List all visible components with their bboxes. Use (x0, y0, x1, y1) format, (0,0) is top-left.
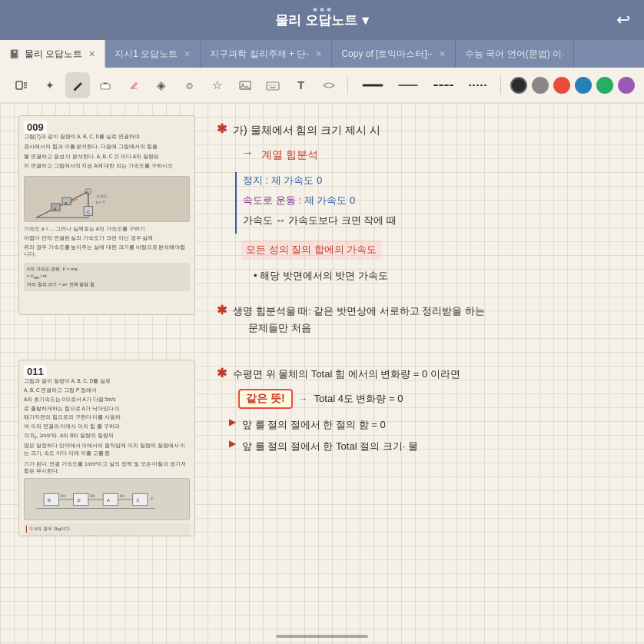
tab-physics-notes[interactable]: 📓 물리 오답노트 ✕ (0, 40, 105, 68)
tab-science1[interactable]: 지시1 오답노트 ✕ (105, 40, 201, 68)
tab-copy-toeic[interactable]: Copy of [토익마스터]·- ✕ (332, 40, 456, 68)
canvas-area[interactable]: 009 그림(7)과 같이 질량이 A, B, C, D를 실로 연결하여 경사… (0, 103, 644, 644)
scroll-indicator (276, 635, 368, 638)
color-palette (510, 77, 635, 94)
more-tool-button[interactable] (317, 72, 341, 98)
scan-text-011: 그림과 같이 질량이 A, B, C, D를 실로 A, B, C 연결하고 그… (24, 377, 190, 536)
tab-earth-science[interactable]: 지구과학 킬리주제 + 단- ✕ (201, 40, 332, 68)
same-meaning-box: 같은 뜻! → Total 4도 변화량 = 0 (238, 389, 626, 409)
bracket-line-2: 속도로 운동 : 제 가속도 0 (243, 192, 397, 209)
svg-text:가속도: 가속도 (96, 194, 108, 198)
svg-rect-34 (133, 493, 148, 505)
note-011-text4: 앞 를 절의 절에서 한 Total 절의 크기· 물 (242, 438, 418, 455)
highlighter-tool-button[interactable] (121, 72, 145, 98)
tab-close-icon[interactable]: ✕ (88, 49, 95, 59)
red-arrow-009: → (193, 138, 195, 151)
shape-tool-button[interactable]: ◈ (149, 72, 174, 98)
note-line-1: ✱ 가) 물체에서 힘의 크기 제시 시 (217, 121, 626, 140)
note-011-text3: 앞 를 절의 절에서 한 절의 함 = 0 (242, 417, 386, 433)
star-icon-3: ✱ (217, 366, 227, 380)
star-icon-2: ✱ (217, 303, 227, 317)
tab-close-icon[interactable]: ✕ (184, 49, 191, 59)
svg-text:B: B (65, 201, 68, 206)
note-image-009: 009 그림(7)과 같이 질량이 A, B, C, D를 실로 연결하여 경사… (18, 115, 195, 315)
keyboard-tool-button[interactable] (261, 72, 285, 98)
back-button[interactable]: ↩ (616, 10, 630, 30)
lasso-tool-button[interactable] (9, 72, 34, 98)
color-green-swatch[interactable] (596, 77, 613, 94)
bracket-text-2: 제 가속도 0 (304, 192, 355, 209)
stroke-solid-thick[interactable] (357, 79, 388, 91)
arrow-icon-4: ▶ (229, 438, 236, 449)
tab-label: Copy of [토익마스터]·- (341, 48, 433, 61)
svg-rect-30 (74, 493, 88, 505)
bracket-text-3: 가속도 ↔ 가속도보다 크면 작에 때 (243, 212, 397, 229)
svg-text:2m: 2m (90, 494, 95, 498)
title-text: 물리 오답노트 (275, 12, 357, 29)
color-black-swatch[interactable] (510, 77, 527, 94)
arrow-icon-2: → (299, 393, 308, 404)
note-star2-text: 생명 힘분석을 때: 같은 밧면상에 서로하고 정리받을 하는 (233, 305, 485, 317)
image-tool-button[interactable] (233, 72, 257, 98)
stroke-options (357, 79, 494, 91)
bluetooth-button[interactable]: ✦ (37, 72, 61, 98)
svg-rect-32 (103, 493, 118, 505)
note-011-line1: ✱ 수평면 위 물체의 Total 힘 에서의 변화량 = 0 이라면 (217, 366, 626, 383)
bracket-text-1: 정지 : 제 가속도 0 (243, 172, 322, 189)
toolbar-separator-2 (500, 76, 501, 95)
tab-suneung-korean[interactable]: 수능 국어 언어(문법) 이· (456, 40, 574, 68)
tab-close-icon[interactable]: ✕ (439, 49, 446, 59)
svg-text:F: F (151, 497, 154, 501)
total-variation-text: Total 4도 변화량 = 0 (314, 390, 403, 407)
same-text-box: 같은 뜻! (238, 389, 293, 409)
bracket-group-009: 정지 : 제 가속도 0 속도로 운동 : 제 가속도 0 가속도 ↔ 가속도보… (235, 172, 626, 234)
svg-rect-5 (267, 82, 279, 90)
eraser-tool-button[interactable] (93, 72, 118, 98)
note-011-text1: 수평면 위 물체의 Total 힘 에서의 변화량 = 0 이라면 (233, 368, 460, 380)
svg-text:1m: 1m (60, 494, 65, 498)
stroke-dotted[interactable] (463, 79, 494, 91)
svg-rect-28 (44, 493, 58, 505)
note-star2-text2: 문제들만 처음 (248, 322, 311, 334)
tab-icon: 📓 (9, 49, 20, 59)
svg-text:C: C (87, 210, 90, 214)
svg-text:B: B (48, 498, 51, 503)
svg-rect-0 (16, 81, 22, 89)
color-blue-swatch[interactable] (575, 77, 592, 94)
color-red-swatch[interactable] (553, 77, 570, 94)
star-icon-1: ✱ (217, 121, 227, 136)
text-tool-button[interactable]: T (288, 72, 313, 98)
svg-text:C: C (137, 498, 140, 503)
highlight-text-009: 모든 성의 질의 합에의 가속도 (246, 244, 377, 255)
note-section-009: 009 그림(7)과 같이 질량이 A, B, C, D를 실로 연결하여 경사… (18, 115, 626, 341)
title-chevron-icon[interactable]: ▾ (362, 12, 369, 28)
bracket-label-2: 속도로 운동 : (243, 192, 301, 209)
stroke-solid-thin[interactable] (393, 79, 423, 91)
tab-label: 지구과학 킬리주제 + 단- (210, 48, 309, 61)
note-line-arrow: → 계열 힘분석 (241, 146, 626, 164)
color-purple-swatch[interactable] (618, 77, 635, 94)
tab-label: 물리 오답노트 (25, 48, 82, 61)
toolbar: ✦ ◈ ⌾ ☆ T (0, 68, 644, 103)
tab-label: 수능 국어 언어(문법) 이· (465, 48, 564, 61)
page-content: 009 그림(7)과 같이 질량이 A, B, C, D를 실로 연결하여 경사… (0, 103, 644, 644)
tab-label: 지시1 오답노트 (115, 48, 178, 61)
image-number-009: 009 (24, 121, 47, 134)
lasso2-tool-button[interactable]: ⌾ (177, 72, 201, 98)
scan-text-009: 그림(7)과 같이 질량이 A, B, C, D를 실로 연결하여 경사에서의 … (24, 133, 190, 291)
image-number-011: 011 (24, 365, 47, 378)
note-star2: ✱ 생명 힘분석을 때: 같은 밧면상에 서로하고 정리받을 하는 문제들만 처… (217, 303, 626, 337)
note-011-line4: ▶ 앞 를 절의 절에서 한 Total 절의 크기· 물 (229, 438, 626, 455)
svg-text:a = ?: a = ? (96, 200, 105, 204)
arrow-icon-1: → (241, 146, 254, 160)
tab-close-icon[interactable]: ✕ (315, 49, 322, 59)
note-text-011: ✱ 수평면 위 물체의 Total 힘 에서의 변화량 = 0 이라면 같은 뜻… (211, 360, 626, 559)
bracket-line-1: 정지 : 제 가속도 0 (243, 172, 397, 189)
window-dots (314, 8, 331, 12)
pen-tool-button[interactable] (65, 72, 90, 98)
svg-text:A: A (107, 498, 110, 503)
color-gray-swatch[interactable] (532, 77, 549, 94)
note-011-line3: ▶ 앞 를 절의 절에서 한 절의 함 = 0 (229, 417, 626, 433)
star-tool-button[interactable]: ☆ (204, 72, 229, 98)
stroke-dashed[interactable] (428, 79, 459, 91)
